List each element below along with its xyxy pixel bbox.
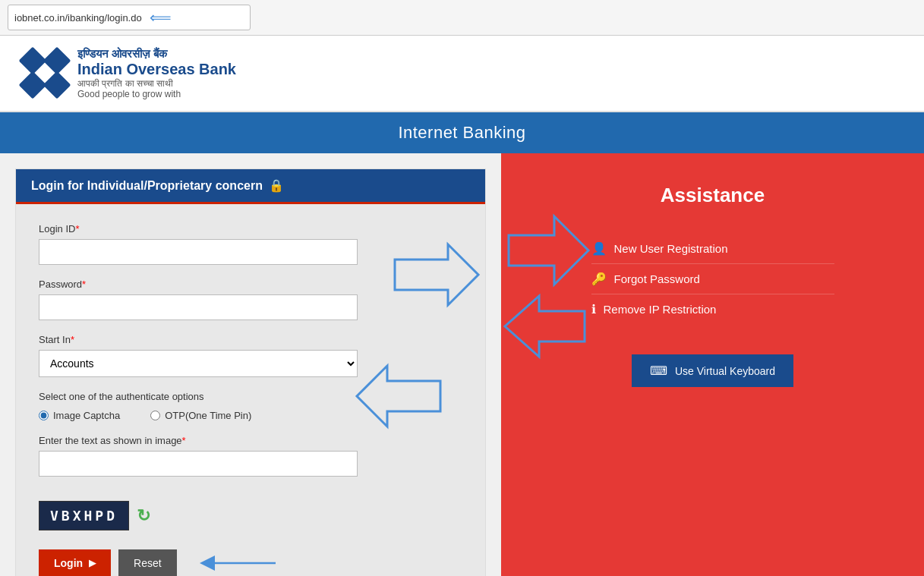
button-row: Login Reset — [39, 544, 462, 576]
main-content: Login for Individual/Proprietary concern… — [0, 153, 924, 576]
keyboard-icon: ⌨ — [650, 364, 667, 378]
login-panel-body: Login ID* Password* Start In* — [16, 204, 485, 576]
forgot-password-link[interactable]: 🔑 Forgot Password — [591, 264, 834, 294]
internet-banking-banner: Internet Banking — [0, 112, 924, 153]
image-captcha-label: Image Captcha — [53, 410, 120, 421]
key-icon: 🔑 — [591, 272, 607, 286]
captcha-text-input[interactable] — [39, 451, 358, 477]
start-in-group: Start In* Accounts Payments Cards Deposi… — [39, 334, 462, 377]
captcha-input-label: Enter the text as shown in image* — [39, 435, 462, 446]
login-button[interactable]: Login — [39, 549, 111, 576]
password-label: Password* — [39, 279, 462, 290]
login-section: Login for Individual/Proprietary concern… — [0, 153, 501, 576]
start-in-label: Start In* — [39, 334, 462, 345]
virtual-keyboard-button[interactable]: ⌨ Use Virtual Keyboard — [632, 354, 793, 387]
start-in-select[interactable]: Accounts Payments Cards Deposits Loans — [39, 350, 358, 377]
remove-ip-restriction-link[interactable]: ℹ Remove IP Restriction — [591, 294, 834, 324]
otp-label: OTP(One Time Pin) — [165, 410, 251, 421]
reset-button-label: Reset — [134, 557, 162, 569]
lock-icon: 🔒 — [269, 178, 284, 193]
bank-name-english: Indian Overseas Bank — [77, 61, 236, 78]
bank-name-hindi: इण्डियन ओवरसीज़ बैंक — [77, 47, 236, 61]
browser-arrow-icon: ⟸ — [150, 8, 172, 27]
remove-ip-restriction-label: Remove IP Restriction — [604, 303, 717, 316]
login-panel-header: Login for Individual/Proprietary concern… — [16, 169, 485, 204]
assistance-links: 👤 New User Registration 🔑 Forgot Passwor… — [591, 234, 834, 324]
new-user-registration-link[interactable]: 👤 New User Registration — [591, 234, 834, 264]
auth-options-label: Select one of the authenticate options — [39, 391, 462, 402]
reset-button[interactable]: Reset — [118, 549, 177, 576]
login-id-label: Login ID* — [39, 223, 462, 234]
login-id-group: Login ID* — [39, 223, 462, 265]
image-captcha-radio[interactable] — [39, 411, 49, 420]
bank-text: इण्डियन ओवरसीज़ बैंक Indian Overseas Ban… — [77, 47, 236, 99]
diamond-1 — [19, 46, 47, 74]
logo-diamonds — [23, 51, 68, 96]
login-id-input[interactable] — [39, 239, 358, 265]
user-icon: 👤 — [591, 241, 607, 256]
captcha-image: VBXHPD — [39, 501, 129, 530]
diamond-2 — [43, 46, 71, 74]
bank-header: इण्डियन ओवरसीज़ बैंक Indian Overseas Ban… — [0, 36, 924, 112]
captcha-refresh-icon[interactable]: ↻ — [137, 506, 150, 526]
bank-tagline-english: Good people to grow with — [77, 89, 236, 99]
bottom-arrow-decoration — [192, 544, 283, 576]
assistance-section: Assistance 👤 New User Registration 🔑 For… — [501, 153, 924, 576]
svg-marker-3 — [509, 216, 588, 285]
browser-bar: iobnet.co.in/ibanking/login.do ⟸ — [0, 0, 924, 36]
auth-options-group: Select one of the authenticate options I… — [39, 391, 462, 421]
url-bar[interactable]: iobnet.co.in/ibanking/login.do ⟸ — [8, 5, 251, 30]
virtual-keyboard-label: Use Virtual Keyboard — [675, 365, 775, 377]
diamond-3 — [19, 71, 47, 99]
login-panel: Login for Individual/Proprietary concern… — [15, 168, 486, 576]
bank-logo: इण्डियन ओवरसीज़ बैंक Indian Overseas Ban… — [23, 47, 236, 99]
new-user-registration-label: New User Registration — [614, 242, 728, 255]
diamond-4 — [43, 71, 71, 99]
otp-radio[interactable] — [150, 411, 160, 420]
login-panel-title: Login for Individual/Proprietary concern — [31, 179, 263, 193]
bank-tagline-hindi: आपकी प्रगति का सच्चा साथी — [77, 78, 236, 89]
assistance-title: Assistance — [661, 184, 765, 207]
banner-title: Internet Banking — [398, 123, 525, 142]
svg-marker-4 — [505, 296, 585, 357]
url-text: iobnet.co.in/ibanking/login.do — [14, 12, 142, 24]
captcha-input-group: Enter the text as shown in image* — [39, 435, 462, 487]
radio-group: Image Captcha OTP(One Time Pin) — [39, 410, 462, 421]
password-input[interactable] — [39, 294, 358, 320]
captcha-display: VBXHPD ↻ — [39, 501, 462, 530]
assist-arrows-decoration — [501, 175, 592, 402]
password-group: Password* — [39, 279, 462, 320]
image-captcha-option[interactable]: Image Captcha — [39, 410, 120, 421]
forgot-password-label: Forgot Password — [614, 272, 700, 285]
otp-option[interactable]: OTP(One Time Pin) — [150, 410, 251, 421]
login-button-label: Login — [54, 557, 83, 569]
